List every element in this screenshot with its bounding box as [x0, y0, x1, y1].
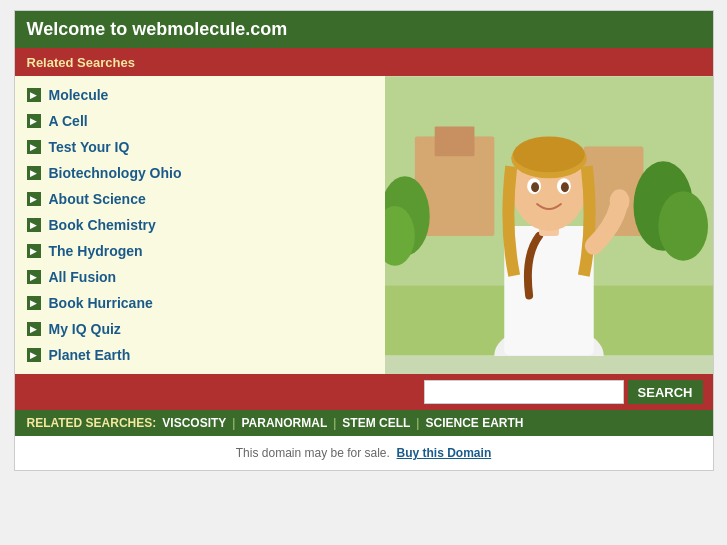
arrow-icon-molecule: ▶ — [27, 88, 41, 102]
search-input[interactable] — [424, 380, 624, 404]
bottom-related-viscosity[interactable]: VISCOSITY — [162, 416, 226, 430]
bottom-separator-2: | — [416, 416, 419, 430]
buy-domain-link[interactable]: Buy this Domain — [397, 446, 492, 460]
related-searches-bar-label: Related Searches — [27, 55, 135, 70]
bottom-related-bar: RELATED SEARCHES: VISCOSITY|PARANORMAL|S… — [15, 410, 713, 436]
arrow-icon-biotechnology-ohio: ▶ — [27, 166, 41, 180]
link-a-cell[interactable]: A Cell — [49, 113, 88, 129]
link-planet-earth[interactable]: Planet Earth — [49, 347, 131, 363]
link-item-book-hurricane: ▶Book Hurricane — [15, 290, 385, 316]
arrow-icon-book-chemistry: ▶ — [27, 218, 41, 232]
search-bar-area: SEARCH — [15, 374, 713, 410]
image-column — [385, 76, 713, 374]
svg-rect-10 — [504, 226, 593, 355]
link-item-book-chemistry: ▶Book Chemistry — [15, 212, 385, 238]
link-item-my-iq-quiz: ▶My IQ Quiz — [15, 316, 385, 342]
related-searches-bar: Related Searches — [15, 48, 713, 76]
svg-point-18 — [560, 182, 568, 192]
svg-point-14 — [513, 136, 585, 172]
arrow-icon-about-science: ▶ — [27, 192, 41, 206]
arrow-icon-test-your-iq: ▶ — [27, 140, 41, 154]
link-item-all-fusion: ▶All Fusion — [15, 264, 385, 290]
bottom-separator-0: | — [232, 416, 235, 430]
footer: This domain may be for sale. Buy this Do… — [15, 436, 713, 470]
bottom-related-stem-cell[interactable]: STEM CELL — [342, 416, 410, 430]
link-my-iq-quiz[interactable]: My IQ Quiz — [49, 321, 121, 337]
link-test-your-iq[interactable]: Test Your IQ — [49, 139, 130, 155]
link-molecule[interactable]: Molecule — [49, 87, 109, 103]
link-item-a-cell: ▶A Cell — [15, 108, 385, 134]
student-image — [385, 76, 713, 356]
arrow-icon-a-cell: ▶ — [27, 114, 41, 128]
link-the-hydrogen[interactable]: The Hydrogen — [49, 243, 143, 259]
bottom-related-science-earth[interactable]: SCIENCE EARTH — [425, 416, 523, 430]
link-book-chemistry[interactable]: Book Chemistry — [49, 217, 156, 233]
main-content: ▶Molecule▶A Cell▶Test Your IQ▶Biotechnol… — [15, 76, 713, 374]
footer-text: This domain may be for sale. — [236, 446, 390, 460]
link-all-fusion[interactable]: All Fusion — [49, 269, 117, 285]
svg-point-19 — [609, 189, 629, 213]
link-about-science[interactable]: About Science — [49, 191, 146, 207]
link-book-hurricane[interactable]: Book Hurricane — [49, 295, 153, 311]
svg-point-6 — [658, 191, 708, 261]
link-item-the-hydrogen: ▶The Hydrogen — [15, 238, 385, 264]
link-item-test-your-iq: ▶Test Your IQ — [15, 134, 385, 160]
arrow-icon-the-hydrogen: ▶ — [27, 244, 41, 258]
bottom-related-label: RELATED SEARCHES: — [27, 416, 157, 430]
links-column: ▶Molecule▶A Cell▶Test Your IQ▶Biotechnol… — [15, 76, 385, 374]
link-item-molecule: ▶Molecule — [15, 82, 385, 108]
bottom-related-paranormal[interactable]: PARANORMAL — [241, 416, 327, 430]
arrow-icon-book-hurricane: ▶ — [27, 296, 41, 310]
svg-rect-2 — [434, 127, 474, 157]
link-biotechnology-ohio[interactable]: Biotechnology Ohio — [49, 165, 182, 181]
arrow-icon-planet-earth: ▶ — [27, 348, 41, 362]
svg-point-17 — [531, 182, 539, 192]
link-item-about-science: ▶About Science — [15, 186, 385, 212]
arrow-icon-all-fusion: ▶ — [27, 270, 41, 284]
bottom-separator-1: | — [333, 416, 336, 430]
link-item-biotechnology-ohio: ▶Biotechnology Ohio — [15, 160, 385, 186]
page-wrapper: Welcome to webmolecule.com Related Searc… — [14, 10, 714, 471]
link-item-planet-earth: ▶Planet Earth — [15, 342, 385, 368]
header: Welcome to webmolecule.com — [15, 11, 713, 48]
search-button[interactable]: SEARCH — [628, 380, 703, 404]
site-title: Welcome to webmolecule.com — [27, 19, 288, 39]
arrow-icon-my-iq-quiz: ▶ — [27, 322, 41, 336]
